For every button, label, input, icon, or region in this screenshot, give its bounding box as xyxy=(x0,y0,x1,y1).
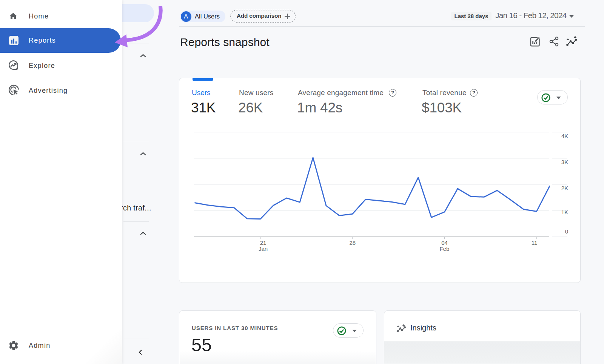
svg-text:3K: 3K xyxy=(561,159,568,165)
svg-text:11: 11 xyxy=(532,240,538,246)
svg-text:4K: 4K xyxy=(561,133,568,139)
svg-text:Feb: Feb xyxy=(440,246,450,252)
svg-text:Jan: Jan xyxy=(259,246,268,252)
svg-text:28: 28 xyxy=(349,240,356,246)
svg-text:21: 21 xyxy=(260,240,267,246)
svg-text:1K: 1K xyxy=(561,209,568,215)
svg-text:0: 0 xyxy=(565,228,568,235)
svg-text:2K: 2K xyxy=(561,185,568,191)
svg-text:04: 04 xyxy=(441,240,448,246)
